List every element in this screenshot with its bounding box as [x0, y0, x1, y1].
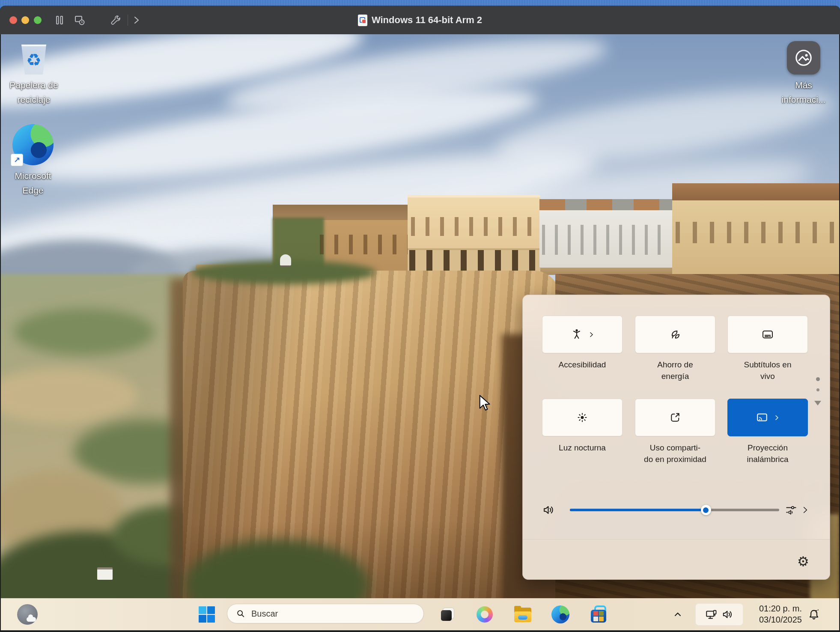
vmware-vm-icon [358, 15, 367, 26]
page-dot-current[interactable] [816, 377, 820, 381]
edge-icon [551, 605, 569, 623]
wrench-icon[interactable] [110, 14, 122, 26]
night-light-label: Luz nocturna [559, 442, 606, 453]
audio-output-picker-icon[interactable] [785, 504, 798, 516]
start-button[interactable] [197, 605, 217, 624]
window-title: Windows 11 64-bit Arm 2 [372, 15, 482, 26]
volume-flyout-chevron-icon[interactable] [801, 506, 810, 514]
vm-window: Windows 11 64-bit Arm 2 [0, 6, 840, 632]
nearby-sharing-icon [669, 411, 682, 424]
quick-settings-footer: ⚙ [523, 539, 830, 579]
zoom-button[interactable] [34, 16, 42, 24]
page-indicator [813, 377, 822, 405]
hidden-icons-button[interactable] [668, 605, 688, 624]
quick-setting-live-captions: Subtítulos en vivo [727, 316, 808, 382]
edge-label: Microsoft Edge [5, 169, 61, 198]
accessibility-tile[interactable] [542, 316, 623, 353]
cloud-icon [27, 617, 36, 622]
volume-slider[interactable] [570, 509, 779, 511]
microsoft-store-icon [589, 605, 608, 624]
quick-setting-wireless-display: Proyección inalámbrica [727, 399, 808, 465]
night-light-tile[interactable] [542, 399, 623, 436]
edge-icon: ↗ [12, 124, 54, 165]
more-info-label: Más informaci... [776, 78, 831, 107]
clock-time: 01:20 p. m. [759, 603, 802, 614]
clock-date: 03/10/2025 [759, 614, 802, 625]
microsoft-store-button[interactable] [589, 605, 608, 624]
recycle-bin-label: Papelera de reciclaje [6, 78, 62, 107]
file-explorer-button[interactable] [513, 605, 533, 624]
titlebar: Windows 11 64-bit Arm 2 [0, 6, 840, 35]
minimize-button[interactable] [21, 16, 29, 24]
battery-saver-tile[interactable] [635, 316, 715, 353]
live-captions-label: Subtítulos en vivo [744, 359, 792, 382]
windows-logo-icon [199, 606, 215, 623]
battery-saver-label: Ahorro de energía [657, 359, 693, 382]
close-button[interactable] [9, 16, 17, 24]
window-title-group: Windows 11 64-bit Arm 2 [0, 6, 840, 34]
search-icon [236, 609, 245, 618]
chevron-right-icon [774, 414, 780, 421]
task-view-icon [438, 606, 456, 623]
volume-icon [721, 608, 734, 621]
nearby-sharing-label: Uso comparti- do en proximidad [644, 442, 706, 465]
expand-toolbar-icon[interactable] [130, 14, 142, 26]
chevron-up-icon [672, 609, 683, 620]
toolbar-divider [128, 15, 128, 26]
chevron-right-icon [588, 331, 595, 338]
quick-setting-night-light: Luz nocturna [542, 399, 623, 453]
notifications-button[interactable]: z z [804, 605, 824, 624]
quick-setting-nearby-sharing: Uso comparti- do en proximidad [635, 399, 715, 465]
live-captions-icon [761, 328, 774, 341]
weather-widget[interactable] [17, 604, 38, 625]
taskbar: Buscar [1, 598, 839, 630]
copilot-button[interactable] [475, 605, 494, 624]
pause-icon[interactable] [54, 14, 66, 26]
live-captions-tile[interactable] [727, 316, 808, 353]
quick-setting-accessibility: Accesibilidad [542, 316, 623, 370]
page-dot[interactable] [816, 388, 819, 391]
expand-page-arrow-icon[interactable] [814, 401, 821, 405]
nearby-sharing-tile[interactable] [635, 399, 715, 436]
do-not-disturb-bell-icon: z z [807, 608, 821, 621]
volume-slider-fill [570, 509, 706, 511]
desktop-icon-recycle-bin[interactable]: ♻ Papelera de reciclaje [6, 42, 62, 107]
svg-text:z: z [817, 608, 819, 611]
speaker-icon [542, 503, 555, 517]
wireless-display-tile[interactable] [727, 399, 808, 436]
task-view-button[interactable] [438, 605, 457, 624]
edge-taskbar-button[interactable] [551, 605, 570, 624]
accessibility-icon [570, 328, 583, 341]
quick-settings-tray-button[interactable] [695, 603, 743, 626]
mouse-cursor [479, 395, 493, 412]
network-icon [705, 608, 718, 621]
volume-slider-thumb[interactable] [701, 505, 711, 515]
desktop-icon-microsoft-edge[interactable]: ↗ Microsoft Edge [5, 124, 61, 198]
snapshots-icon[interactable] [74, 14, 86, 26]
clock[interactable]: 01:20 p. m. 03/10/2025 [759, 603, 802, 625]
volume-row [523, 496, 830, 524]
recycle-bin-icon: ♻ [20, 42, 48, 75]
search-placeholder: Buscar [251, 609, 278, 619]
file-explorer-icon [513, 606, 532, 623]
photo-icon [787, 41, 820, 75]
desktop-icon-more-info[interactable]: Más informaci... [776, 41, 831, 107]
copilot-icon [477, 606, 493, 623]
battery-saver-leaf-icon [669, 328, 682, 341]
quick-settings-panel: Accesibilidad Ahorro de energía [522, 295, 830, 580]
wireless-display-icon [756, 411, 769, 424]
settings-gear-icon[interactable]: ⚙ [795, 554, 811, 569]
wireless-display-label: Proyección inalámbrica [747, 442, 788, 465]
night-light-icon [576, 411, 589, 424]
accessibility-label: Accesibilidad [559, 359, 606, 370]
shortcut-arrow-icon: ↗ [11, 154, 23, 166]
windows-desktop: ♻ Papelera de reciclaje ↗ Microsoft Edge… [1, 34, 839, 630]
quick-setting-battery-saver: Ahorro de energía [635, 316, 715, 382]
search-box[interactable]: Buscar [227, 604, 424, 623]
